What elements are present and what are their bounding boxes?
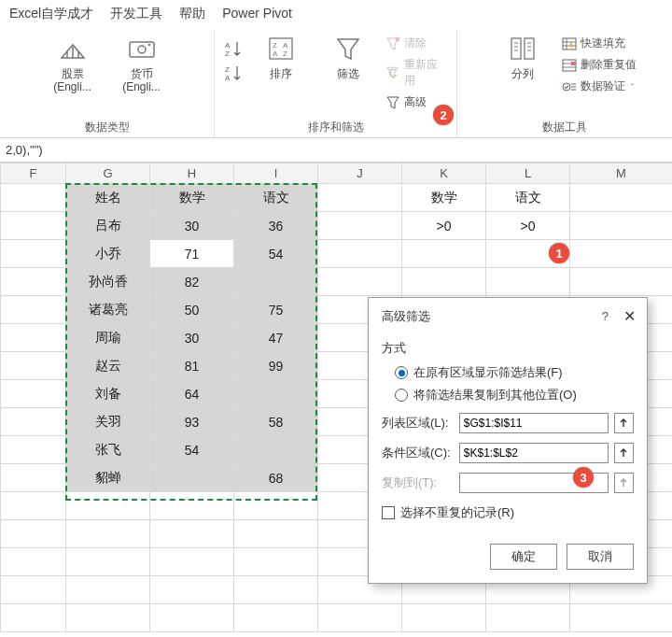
cell[interactable]: 30 xyxy=(150,212,234,240)
cell[interactable]: 93 xyxy=(150,408,234,436)
flash-fill-button[interactable]: 快速填充 xyxy=(562,35,637,51)
cell[interactable] xyxy=(234,380,318,408)
data-validation-button[interactable]: 数据验证 ˇ xyxy=(562,78,637,94)
col-header[interactable]: K xyxy=(402,163,486,184)
cell[interactable]: 30 xyxy=(150,324,234,352)
formula-bar[interactable]: 2,0),"") xyxy=(0,138,672,163)
cell[interactable] xyxy=(150,464,234,492)
col-header[interactable]: H xyxy=(150,163,234,184)
dropdown-caret-icon: ˇ xyxy=(631,82,634,92)
group-data-type-label: 数据类型 xyxy=(85,118,130,135)
range-picker-button[interactable] xyxy=(614,443,634,463)
cell[interactable]: 81 xyxy=(150,352,234,380)
data-validation-icon xyxy=(562,79,577,94)
unique-records-checkbox[interactable]: 选择不重复的记录(R) xyxy=(382,504,634,521)
col-header[interactable]: G xyxy=(66,163,150,184)
sort-asc-icon[interactable]: AZ xyxy=(224,39,243,58)
group-data-tools-label: 数据工具 xyxy=(542,118,587,135)
svg-text:Z: Z xyxy=(273,41,277,50)
cell[interactable]: 诸葛亮 xyxy=(66,296,150,324)
cell[interactable]: 82 xyxy=(150,268,234,296)
cell-active[interactable]: 71 xyxy=(150,240,234,268)
cell[interactable]: 数学 xyxy=(402,184,486,212)
col-header[interactable]: F xyxy=(1,163,66,184)
cell[interactable] xyxy=(234,268,318,296)
cell[interactable]: 64 xyxy=(150,380,234,408)
cell[interactable]: 孙尚香 xyxy=(66,268,150,296)
cell[interactable] xyxy=(234,436,318,464)
cell[interactable]: 数学 xyxy=(150,184,234,212)
cell[interactable]: 吕布 xyxy=(66,212,150,240)
unique-records-label: 选择不重复的记录(R) xyxy=(400,504,514,521)
filter-button[interactable]: 筛选 xyxy=(319,34,377,80)
cell[interactable]: 赵云 xyxy=(66,352,150,380)
stocks-button[interactable]: 股票 (Engli... xyxy=(43,34,103,94)
svg-rect-12 xyxy=(511,38,521,59)
col-header[interactable]: J xyxy=(318,163,402,184)
range-picker-button[interactable] xyxy=(614,413,634,433)
sort-desc-icon[interactable]: ZA xyxy=(224,64,243,82)
cell[interactable]: 貂蝉 xyxy=(66,464,150,492)
cell[interactable]: 54 xyxy=(234,240,318,268)
cell[interactable]: 周瑜 xyxy=(66,324,150,352)
cell[interactable]: 小乔 xyxy=(66,240,150,268)
list-range-input[interactable] xyxy=(459,413,609,433)
tab-powerpivot[interactable]: Power Pivot xyxy=(222,6,292,22)
cell[interactable]: 姓名 xyxy=(66,184,150,212)
cell[interactable]: 54 xyxy=(150,436,234,464)
criteria-range-row: 条件区域(C): xyxy=(382,443,634,463)
clear-filter-button[interactable]: 清除 xyxy=(385,35,447,51)
radio-copy-to[interactable]: 将筛选结果复制到其他位置(O) xyxy=(395,387,634,403)
svg-rect-15 xyxy=(563,60,576,71)
advanced-filter-dialog: 高级筛选 ? ✕ 方式 在原有区域显示筛选结果(F) 将筛选结果复制到其他位置(… xyxy=(368,297,648,584)
cell[interactable]: 99 xyxy=(234,352,318,380)
svg-rect-13 xyxy=(525,38,534,59)
cell[interactable]: 50 xyxy=(150,296,234,324)
currency-label: 货币 (Engli... xyxy=(112,67,172,94)
filter-icon xyxy=(333,34,363,64)
flash-fill-icon xyxy=(562,36,577,51)
range-picker-button[interactable] xyxy=(614,473,634,493)
table-row: 孙尚香 82 xyxy=(1,268,673,296)
ribbon: 股票 (Engli... 货币 (Engli... 数据类型 AZ ZA ZAA… xyxy=(0,26,672,138)
cancel-button[interactable]: 取消 xyxy=(567,544,634,570)
column-headers: F G H I J K L M xyxy=(1,163,673,184)
data-validation-label: 数据验证 xyxy=(581,78,625,94)
radio-icon xyxy=(395,389,408,402)
criteria-range-input[interactable] xyxy=(459,443,609,463)
close-icon[interactable]: ✕ xyxy=(623,307,636,325)
radio-filter-inplace[interactable]: 在原有区域显示筛选结果(F) xyxy=(395,364,634,381)
cell[interactable]: 36 xyxy=(234,212,318,240)
text-to-columns-button[interactable]: 分列 xyxy=(493,34,553,80)
table-row: 吕布 30 36 >0 >0 xyxy=(1,212,673,240)
tab-developer[interactable]: 开发工具 xyxy=(110,6,162,22)
cell[interactable]: 47 xyxy=(234,324,318,352)
clear-label: 清除 xyxy=(404,35,427,51)
reapply-button[interactable]: 重新应用 xyxy=(385,57,447,89)
cell[interactable]: >0 xyxy=(402,212,486,240)
cell[interactable]: 张飞 xyxy=(66,436,150,464)
dialog-titlebar[interactable]: 高级筛选 ? ✕ xyxy=(369,298,647,333)
col-header[interactable]: I xyxy=(234,163,318,184)
group-data-type: 股票 (Engli... 货币 (Engli... 数据类型 xyxy=(0,30,215,137)
cell[interactable]: 关羽 xyxy=(66,408,150,436)
cell[interactable]: >0 xyxy=(486,212,570,240)
clear-icon xyxy=(385,36,400,51)
currency-button[interactable]: 货币 (Engli... xyxy=(112,34,172,94)
tab-help[interactable]: 帮助 xyxy=(179,6,205,22)
cell[interactable]: 68 xyxy=(234,464,318,492)
col-header[interactable]: M xyxy=(570,163,673,184)
tab-addin[interactable]: Excel自学成才 xyxy=(9,6,93,22)
col-header[interactable]: L xyxy=(486,163,570,184)
cell[interactable]: 语文 xyxy=(234,184,318,212)
cell[interactable]: 58 xyxy=(234,408,318,436)
cell[interactable]: 75 xyxy=(234,296,318,324)
remove-duplicates-button[interactable]: 删除重复值 xyxy=(562,57,637,73)
sort-button[interactable]: ZAAZ 排序 xyxy=(252,34,310,80)
cell[interactable]: 刘备 xyxy=(66,380,150,408)
cell[interactable]: 语文 xyxy=(486,184,570,212)
checkbox-icon xyxy=(382,506,395,519)
ok-button[interactable]: 确定 xyxy=(490,544,557,570)
help-icon[interactable]: ? xyxy=(602,309,609,323)
svg-text:A: A xyxy=(225,41,231,50)
